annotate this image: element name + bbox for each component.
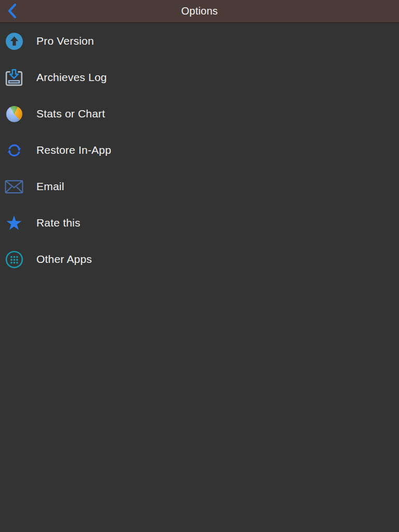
list-item-label: Pro Version: [36, 35, 94, 47]
list-item-archives-log[interactable]: Archieves Log: [0, 59, 399, 96]
list-item-label: Rate this: [36, 217, 81, 229]
list-item-restore-in-app[interactable]: Restore In-App: [0, 132, 399, 168]
options-screen: Options Pro Version: [0, 0, 399, 532]
list-item-label: Restore In-App: [36, 144, 111, 156]
list-item-rate-this[interactable]: Rate this: [0, 205, 399, 241]
list-item-label: Stats or Chart: [36, 108, 105, 120]
refresh-arrows-icon: [4, 140, 24, 160]
list-item-pro-version[interactable]: Pro Version: [0, 23, 399, 59]
navigation-bar: Options: [0, 0, 399, 23]
list-item-email[interactable]: Email: [0, 168, 399, 205]
dots-grid-circle-icon: [4, 249, 24, 269]
chevron-left-icon: [6, 3, 18, 20]
list-item-other-apps[interactable]: Other Apps: [0, 241, 399, 277]
options-list: Pro Version Archieves Log: [0, 23, 399, 277]
back-button[interactable]: [4, 0, 25, 23]
list-item-label: Archieves Log: [36, 71, 107, 84]
list-item-stats-or-chart[interactable]: Stats or Chart: [0, 96, 399, 132]
upgrade-arrow-circle-icon: [4, 31, 24, 51]
page-title: Options: [181, 5, 218, 17]
list-item-label: Other Apps: [36, 253, 92, 265]
list-item-label: Email: [36, 180, 64, 193]
archive-tray-icon: [4, 68, 24, 87]
star-icon: [4, 213, 24, 233]
pie-chart-icon: [4, 104, 24, 124]
envelope-icon: [4, 177, 24, 196]
